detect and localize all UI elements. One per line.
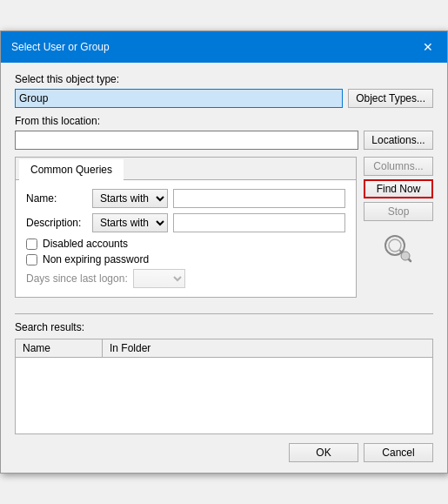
tab-common-queries[interactable]: Common Queries — [19, 159, 124, 180]
search-results-label: Search results: — [15, 321, 433, 333]
disabled-accounts-row: Disabled accounts — [26, 238, 345, 250]
description-condition-select[interactable]: Starts with Is exactly — [92, 213, 168, 232]
search-animation-icon — [381, 232, 416, 266]
object-type-label: Select this object type: — [15, 73, 433, 85]
col-header-in-folder[interactable]: In Folder — [103, 339, 190, 357]
cancel-button[interactable]: Cancel — [364, 443, 433, 462]
name-condition-select[interactable]: Starts with Is exactly — [92, 189, 168, 208]
disabled-accounts-checkbox[interactable] — [26, 239, 37, 250]
location-input[interactable] — [15, 131, 358, 150]
close-button[interactable]: ✕ — [419, 38, 437, 56]
description-label: Description: — [26, 217, 87, 229]
tab-header: Common Queries — [16, 158, 356, 180]
main-content: Common Queries Name: Starts with Is exac… — [15, 157, 433, 306]
ok-button[interactable]: OK — [289, 443, 358, 462]
select-user-or-group-dialog: Select User or Group ✕ Select this objec… — [0, 30, 448, 474]
results-table-wrapper: Name In Folder — [15, 339, 433, 434]
name-value-input[interactable] — [173, 189, 345, 208]
svg-line-4 — [400, 251, 402, 252]
object-type-input[interactable] — [15, 89, 343, 108]
object-types-button[interactable]: Object Types... — [348, 89, 433, 108]
locations-button[interactable]: Locations... — [364, 131, 433, 150]
search-icon-area — [364, 232, 433, 266]
stop-button[interactable]: Stop — [364, 202, 433, 221]
days-logon-row: Days since last logon: — [26, 269, 345, 288]
dialog-title: Select User or Group — [11, 41, 110, 53]
non-expiring-password-label: Non expiring password — [43, 253, 149, 265]
name-label: Name: — [26, 192, 87, 205]
non-expiring-password-row: Non expiring password — [26, 253, 345, 265]
separator — [15, 313, 433, 314]
tab-container: Common Queries Name: Starts with Is exac… — [15, 157, 357, 298]
description-query-row: Description: Starts with Is exactly — [26, 213, 345, 232]
columns-button[interactable]: Columns... — [364, 157, 433, 176]
bottom-buttons: OK Cancel — [15, 443, 433, 462]
description-value-input[interactable] — [173, 213, 345, 232]
location-row: Locations... — [15, 131, 433, 150]
days-logon-select — [133, 269, 185, 288]
results-table-header: Name In Folder — [16, 339, 432, 358]
tab-content: Name: Starts with Is exactly Description… — [16, 180, 356, 297]
object-type-row: Object Types... — [15, 89, 433, 108]
title-bar: Select User or Group ✕ — [1, 31, 447, 63]
dialog-body: Select this object type: Object Types...… — [1, 63, 447, 473]
col-header-name[interactable]: Name — [16, 339, 103, 357]
svg-point-2 — [389, 239, 401, 252]
find-now-button[interactable]: Find Now — [364, 179, 433, 198]
name-query-row: Name: Starts with Is exactly — [26, 189, 345, 208]
right-buttons: Columns... Find Now Stop — [364, 157, 433, 306]
disabled-accounts-label: Disabled accounts — [43, 238, 128, 250]
tab-section: Common Queries Name: Starts with Is exac… — [15, 157, 357, 306]
location-label: From this location: — [15, 115, 433, 127]
non-expiring-password-checkbox[interactable] — [26, 254, 37, 265]
days-logon-label: Days since last logon: — [26, 272, 128, 285]
